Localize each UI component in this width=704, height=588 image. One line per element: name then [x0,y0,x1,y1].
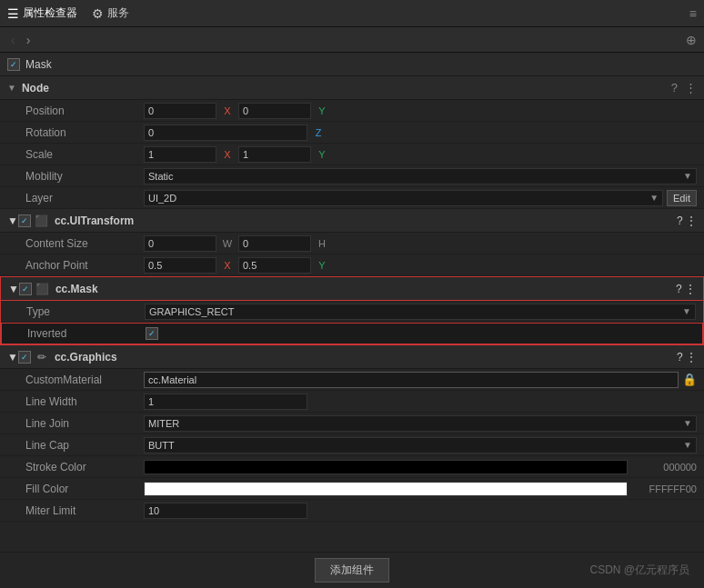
node-help-icon[interactable]: ? [671,81,678,95]
mask-comp-help-icon[interactable]: ? [676,283,682,295]
mask-comp-section-icons: ? ⋮ [676,283,696,295]
tab-properties[interactable]: ☰ 属性检查器 [7,5,77,21]
fill-color-row: Fill Color FFFFFF00 [0,478,704,500]
content-size-label: Content Size [25,237,144,250]
graphics-menu-icon[interactable]: ⋮ [686,351,697,364]
mask-type-row: Type GRAPHICS_RECT ▼ [1,301,703,323]
scale-label: Scale [25,148,144,161]
fill-color-label: Fill Color [25,483,144,495]
stroke-color-swatch[interactable] [144,460,628,474]
custom-material-row: CustomMaterial 🔒 [0,369,704,391]
scale-x-axis: X [220,149,235,160]
stroke-color-label: Stroke Color [25,461,144,473]
rotation-z-input[interactable] [144,125,307,141]
rotation-label: Rotation [25,126,144,139]
line-width-label: Line Width [25,395,144,408]
back-arrow[interactable]: ‹ [7,31,19,49]
mask-type-label: Type [26,305,145,318]
add-component-button[interactable]: 添加组件 [315,558,389,583]
line-join-dropdown-value: MITER [148,418,179,429]
tab-services[interactable]: ⚙ 服务 [92,5,129,21]
position-row: Position X Y [0,100,704,122]
content-size-h-axis: H [315,238,329,249]
uitransform-section-header[interactable]: ▼ ✓ ⬛ cc.UITransform ? ⋮ [0,209,704,233]
content-size-w-axis: W [220,238,235,249]
position-y-input[interactable] [238,103,311,119]
inverted-checkbox[interactable] [146,327,158,340]
anchor-point-y-input[interactable] [238,257,311,274]
mask-comp-section-header[interactable]: ▼ ✓ ⬛ cc.Mask ? ⋮ [1,277,703,301]
rotation-values: Z [144,125,697,141]
top-bar: ☰ 属性检查器 ⚙ 服务 ≡ [0,0,704,27]
graphics-section: ▼ ✓ ✏ cc.Graphics ? ⋮ CustomMaterial 🔒 L… [0,345,704,522]
uitransform-help-icon[interactable]: ? [677,214,683,227]
line-join-dropdown[interactable]: MITER ▼ [144,415,697,432]
miter-limit-input[interactable] [144,503,307,519]
mask-comp-icon: ⬛ [35,282,50,296]
mask-type-dropdown[interactable]: GRAPHICS_RECT ▼ [145,304,696,320]
mask-comp-chevron: ▼ [8,283,19,295]
pin-icon[interactable]: ⊕ [686,33,697,47]
line-cap-dropdown[interactable]: BUTT ▼ [144,437,697,453]
mobility-dropdown-arrow: ▼ [683,171,692,181]
line-join-dropdown-arrow: ▼ [683,418,692,428]
graphics-icon: ✏ [35,350,49,364]
content-size-h-input[interactable] [238,235,311,252]
forward-arrow[interactable]: › [23,31,35,49]
content-size-row: Content Size W H [0,233,704,254]
anchor-point-label: Anchor Point [25,259,144,272]
content-size-values: W H [144,235,697,252]
line-width-row: Line Width [0,391,704,413]
stroke-color-row: Stroke Color 000000 [0,456,704,478]
layer-dropdown[interactable]: UI_2D ▼ [144,190,663,206]
mask-checkbox[interactable] [7,58,20,71]
uitransform-title: cc.UITransform [55,214,677,227]
mask-type-value: GRAPHICS_RECT ▼ [145,304,696,320]
line-cap-label: Line Cap [25,439,144,452]
content-size-w-input[interactable] [144,235,216,252]
anchor-point-x-input[interactable] [144,257,216,274]
mobility-label: Mobility [25,170,144,183]
uitransform-icon: ⬛ [35,214,49,228]
rotation-row: Rotation Z [0,122,704,144]
services-icon: ⚙ [92,6,104,21]
anchor-point-values: X Y [144,257,697,274]
fill-color-swatch[interactable] [144,482,628,496]
node-menu-icon[interactable]: ⋮ [685,81,697,95]
main-content: Mask ▼ Node ? ⋮ Position X Y Rotation Z … [0,53,704,552]
miter-limit-value [144,503,697,519]
line-width-input[interactable] [144,394,307,410]
mask-comp-title: cc.Mask [55,283,676,295]
position-x-axis: X [220,105,235,116]
node-section-header[interactable]: ▼ Node ? ⋮ [0,76,704,100]
graphics-checkbox[interactable]: ✓ [18,351,31,364]
graphics-help-icon[interactable]: ? [677,351,683,364]
line-cap-dropdown-arrow: ▼ [683,440,692,450]
topbar-menu-icon[interactable]: ≡ [689,6,697,21]
scale-y-input[interactable] [238,146,311,163]
node-chevron: ▼ [7,83,16,93]
mask-type-dropdown-arrow: ▼ [682,306,691,316]
top-bar-tabs: ☰ 属性检查器 ⚙ 服务 [7,5,129,21]
position-y-axis: Y [315,105,329,116]
custom-material-input[interactable] [144,372,679,388]
scale-row: Scale X Y [0,144,704,165]
line-join-row: Line Join MITER ▼ [0,413,704,434]
uitransform-section-icons: ? ⋮ [677,214,697,227]
uitransform-menu-icon[interactable]: ⋮ [686,214,697,227]
uitransform-checkbox[interactable]: ✓ [18,214,31,227]
miter-limit-label: Miter Limit [25,504,144,517]
mobility-dropdown-value: Static [148,171,174,182]
position-x-input[interactable] [144,103,216,119]
position-values: X Y [144,103,697,119]
position-label: Position [25,105,144,117]
mask-row: Mask [0,53,704,76]
scale-x-input[interactable] [144,146,216,163]
nav-arrows: ‹ › [7,31,34,49]
mask-comp-section: ▼ ✓ ⬛ cc.Mask ? ⋮ Type GRAPHICS_RECT ▼ I… [0,276,704,345]
layer-edit-button[interactable]: Edit [667,190,697,206]
mobility-dropdown[interactable]: Static ▼ [144,168,697,184]
graphics-section-header[interactable]: ▼ ✓ ✏ cc.Graphics ? ⋮ [0,345,704,369]
mask-comp-menu-icon[interactable]: ⋮ [685,283,696,295]
mask-comp-checkbox[interactable]: ✓ [19,283,32,295]
